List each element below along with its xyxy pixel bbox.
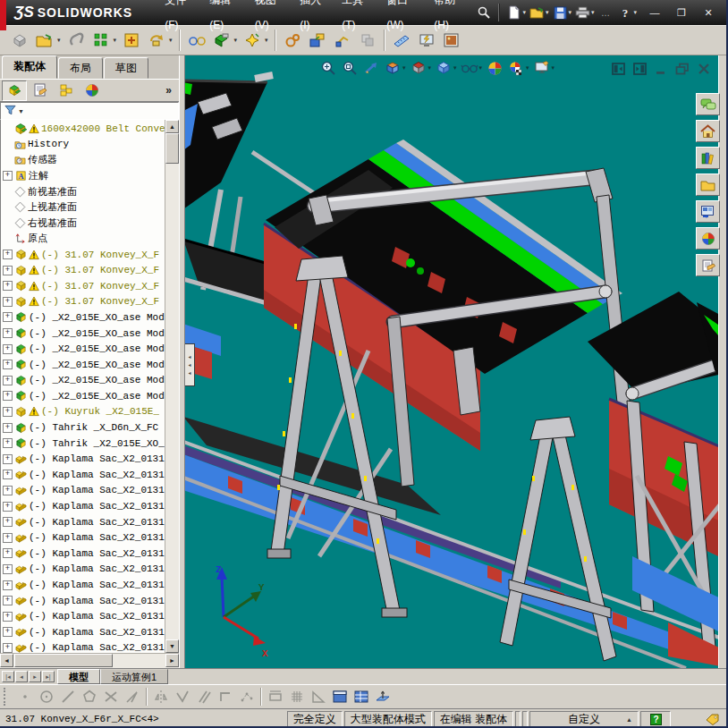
stretch-button[interactable] — [265, 687, 286, 707]
tree-item[interactable]: +(-) _X2_015E_XO_ase Mod — [1, 309, 165, 326]
tree-item[interactable]: +(-) 31.07 Konvey_X_F — [1, 278, 165, 294]
dropdown-caret-icon[interactable]: ▾ — [546, 9, 549, 16]
plane-3d-button[interactable] — [372, 687, 394, 707]
edit-appearance-button[interactable] — [484, 58, 505, 78]
zoom-area-button[interactable] — [339, 58, 360, 78]
maximize-button[interactable]: ❐ — [671, 4, 692, 21]
search-icon[interactable] — [474, 4, 494, 21]
scroll-thumb[interactable] — [14, 654, 113, 667]
expand-icon[interactable]: + — [3, 486, 13, 495]
spline-points-button[interactable] — [236, 687, 258, 707]
dropdown-caret-icon[interactable]: ▾ — [568, 9, 571, 16]
smart-fasteners-button[interactable] — [119, 28, 144, 53]
expand-icon[interactable]: + — [3, 502, 13, 512]
tree-item[interactable]: +(-) Kaplama Sac_X2_0131 — [1, 624, 165, 640]
expand-icon[interactable]: + — [3, 596, 13, 605]
scroll-down-button[interactable]: ▼ — [165, 639, 179, 653]
vee-button[interactable] — [172, 687, 193, 707]
tree-item[interactable]: +(-) Tahrik _X_D6n_X_FC — [1, 419, 165, 436]
expand-icon[interactable]: + — [3, 360, 13, 369]
expand-icon[interactable]: + — [3, 281, 13, 291]
insert-component-button[interactable] — [7, 28, 32, 53]
menu-帮助(H)[interactable]: 帮助(H) — [425, 0, 470, 38]
custom-dropdown[interactable]: 自定义 ▲ — [529, 711, 639, 728]
tree-item[interactable]: +(-) Kaplama Sac_X2_0131 — [1, 608, 165, 624]
angle-triangle-button[interactable] — [308, 687, 329, 707]
minimize-button[interactable]: — — [644, 4, 665, 21]
expand-icon[interactable]: + — [3, 438, 13, 448]
dropdown-caret-icon[interactable]: ▾ — [57, 37, 61, 44]
dropdown-caret-icon[interactable]: ▾ — [591, 9, 595, 16]
panel-splitter[interactable] — [179, 55, 185, 668]
expand-icon[interactable]: + — [3, 171, 13, 181]
hide-show-items-button[interactable] — [459, 58, 480, 78]
tab-nav-next-button[interactable]: ▸ — [29, 671, 41, 682]
point-button[interactable] — [14, 687, 36, 707]
print-button[interactable] — [573, 4, 593, 21]
mirror-button[interactable] — [150, 687, 172, 707]
menu-窗口(W)[interactable]: 窗口(W) — [377, 0, 425, 38]
open-part-button[interactable] — [32, 28, 57, 53]
view-settings-button[interactable] — [531, 58, 553, 78]
dropdown-caret-icon[interactable]: ▾ — [114, 37, 117, 44]
propertymanager-tab[interactable] — [28, 80, 53, 101]
tree-item[interactable]: 1600x42000 Belt Conveyor — [1, 121, 165, 137]
open-button[interactable] — [528, 4, 547, 21]
graphics-viewport[interactable]: Z Y X ▾▾▾▾▾▾ ◂◂◂ — [185, 55, 726, 668]
appearances-button[interactable] — [696, 227, 720, 250]
expand-icon[interactable]: + — [3, 548, 13, 558]
panel-collapse-handle[interactable]: ◂◂◂ — [185, 343, 195, 386]
more-button[interactable]: … — [596, 4, 615, 21]
tree-item[interactable]: +(-) Kuyruk _X2_015E_ — [1, 404, 165, 420]
tree-item[interactable]: +(-) _X2_015E_XO_ase Mod — [1, 373, 165, 389]
previous-view-button[interactable] — [360, 58, 382, 78]
custom-caret-icon[interactable]: ▲ — [626, 716, 632, 723]
expand-icon[interactable]: + — [3, 250, 13, 259]
filter-caret-icon[interactable]: ▼ — [18, 108, 24, 114]
dropdown-caret-icon[interactable]: ▾ — [522, 9, 526, 16]
displaymanager-tab[interactable] — [80, 80, 105, 101]
tab-模型[interactable]: 模型 — [57, 669, 100, 684]
close-button[interactable]: ✕ — [698, 4, 719, 21]
tree-item[interactable]: +(-) Kaplama Sac_X2_0131 — [1, 593, 165, 609]
collapse-right-button[interactable] — [633, 63, 647, 75]
scroll-right-button[interactable]: ► — [165, 654, 179, 667]
expand-icon[interactable]: + — [3, 376, 13, 385]
zoom-fit-button[interactable] — [317, 58, 339, 78]
tree-item[interactable]: +(-) Kaplama Sac_X2_0131 — [1, 546, 165, 562]
tree-item[interactable]: +(-) Kaplama Sac_X2_0131 — [1, 467, 165, 483]
tree-item[interactable]: 前视基准面 — [1, 183, 165, 199]
tree-item[interactable]: +(-) Kaplama Sac_X2_0131 — [1, 498, 165, 514]
menu-视图(V)[interactable]: 视图(V) — [246, 0, 292, 38]
close-button[interactable] — [698, 63, 710, 75]
dropdown-caret-icon[interactable]: ▾ — [234, 37, 238, 44]
configurationmanager-tab[interactable] — [54, 80, 79, 101]
expand-icon[interactable]: + — [3, 423, 13, 433]
save-button[interactable] — [550, 4, 570, 21]
restore-button[interactable] — [675, 63, 690, 75]
mate-button[interactable] — [63, 28, 89, 53]
tag-button[interactable] — [673, 714, 726, 725]
dropdown-caret-icon[interactable]: ▾ — [265, 37, 268, 44]
tree-item[interactable]: +(-) 31.07 Konvey_X_F — [1, 247, 165, 263]
scroll-left-button[interactable]: ◄ — [0, 654, 13, 667]
tree-item[interactable]: +(-) _X2_015E_XO_ase Mod — [1, 326, 165, 342]
tree-item[interactable]: 右视基准面 — [1, 216, 165, 232]
tree-item[interactable]: +(-) _X2_015E_XO_ase Mod — [1, 388, 165, 404]
tab-草图[interactable]: 草图 — [104, 57, 148, 79]
tree-item[interactable]: 传感器 — [1, 152, 165, 168]
expand-icon[interactable]: + — [3, 407, 13, 417]
expand-icon[interactable]: + — [3, 344, 13, 354]
expand-icon[interactable]: + — [3, 297, 13, 307]
tree-item[interactable]: +(-) Kaplama Sac_X2_0131 — [1, 577, 165, 593]
filter-icon[interactable] — [4, 103, 16, 119]
angle-lines-button[interactable] — [122, 687, 143, 707]
tree-item[interactable]: +(-) _X2_015E_XO_ase Mod — [1, 341, 165, 357]
expand-icon[interactable]: + — [3, 564, 13, 574]
panel-overflow-chevron[interactable]: » — [165, 84, 172, 97]
tree-item[interactable]: +(-) Kaplama Sac_X2_0131 — [1, 529, 165, 546]
tab-布局[interactable]: 布局 — [58, 57, 103, 79]
quick-tips-button[interactable]: ? — [640, 711, 671, 728]
tree-item[interactable]: +(-) Kaplama Sac_X2_0131 — [1, 451, 165, 467]
tree-item[interactable]: +(-) 31.07 Konvey_X_F — [1, 262, 165, 278]
